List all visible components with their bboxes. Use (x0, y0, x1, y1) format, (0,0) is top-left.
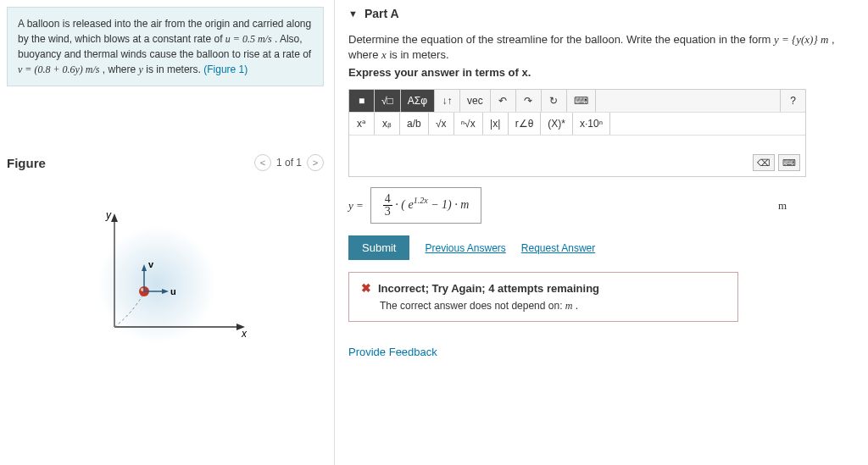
equation-editor: ■ √□ ΑΣφ ↓↑ vec ↶ ↷ ↻ ⌨ ? xᵃ xᵦ a/b √x ⁿ… (348, 89, 806, 177)
fraction-button[interactable]: a/b (400, 113, 429, 135)
svg-text:v: v (148, 259, 154, 269)
submit-row: Submit Previous Answers Request Answer (348, 235, 854, 260)
part-header[interactable]: ▼ Part A (348, 7, 854, 20)
keyboard-button[interactable]: ⌨ (567, 90, 596, 112)
editor-toolbar-1: ■ √□ ΑΣφ ↓↑ vec ↶ ↷ ↻ ⌨ ? (349, 90, 805, 113)
problem-text: is in meters. (146, 64, 203, 75)
request-answer-link[interactable]: Request Answer (521, 242, 595, 254)
help-button[interactable]: ? (780, 90, 805, 112)
figure-page-label: 1 of 1 (276, 157, 302, 169)
editor-input-area[interactable]: ⌫ ⌨ (349, 136, 805, 176)
feedback-box: ✖ Incorrect; Try Again; 4 attempts remai… (348, 272, 738, 322)
polar-button[interactable]: r∠θ (509, 113, 542, 135)
figure-prev-button[interactable]: < (254, 154, 271, 171)
feedback-message: Incorrect; Try Again; 4 attempts remaini… (378, 282, 599, 295)
answer-prefix: y = (348, 199, 364, 213)
greek-button[interactable]: ΑΣφ (401, 90, 435, 112)
answer-row: y = 43 · ( e1.2x − 1) · m m (348, 187, 854, 224)
u-equation: u = 0.5 m/s (225, 33, 272, 45)
editor-toolbar-2: xᵃ xᵦ a/b √x ⁿ√x |x| r∠θ (X)* x·10ⁿ (349, 113, 805, 136)
problem-statement: A balloon is released into the air from … (7, 7, 324, 86)
submit-button[interactable]: Submit (348, 235, 409, 260)
svg-text:y: y (105, 209, 112, 221)
power-button[interactable]: xᵃ (349, 113, 375, 135)
incorrect-icon: ✖ (361, 281, 371, 295)
reset-button[interactable]: ↻ (542, 90, 567, 112)
vec-button[interactable]: vec (460, 90, 491, 112)
sqrt-button[interactable]: √x (429, 113, 454, 135)
figure-image: y x u v (7, 183, 324, 352)
part-label: Part A (364, 7, 399, 20)
figure-title: Figure (7, 156, 46, 170)
svg-text:x: x (241, 328, 248, 340)
conj-button[interactable]: (X)* (541, 113, 573, 135)
templates-button[interactable]: ■ (349, 90, 375, 112)
sci-button[interactable]: x·10ⁿ (573, 113, 610, 135)
answer-unit: m (778, 199, 787, 213)
svg-marker-2 (111, 213, 118, 222)
student-answer: 43 · ( e1.2x − 1) · m (370, 187, 482, 224)
previous-answers-link[interactable]: Previous Answers (425, 242, 505, 254)
undo-button[interactable]: ↶ (491, 90, 516, 112)
radical-button[interactable]: √□ (375, 90, 401, 112)
nthroot-button[interactable]: ⁿ√x (454, 113, 483, 135)
part-prompt: Determine the equation of the streamline… (348, 32, 854, 63)
express-instruction: Express your answer in terms of x. (348, 66, 854, 79)
caret-down-icon: ▼ (348, 8, 358, 19)
figure-next-button[interactable]: > (307, 154, 324, 171)
subscript-button[interactable]: xᵦ (375, 113, 400, 135)
y-var: y (139, 64, 143, 75)
redo-button[interactable]: ↷ (516, 90, 542, 112)
provide-feedback-link[interactable]: Provide Feedback (348, 346, 854, 358)
figure-pager: < 1 of 1 > (254, 154, 324, 171)
backspace-button[interactable]: ⌫ (753, 154, 775, 171)
svg-text:u: u (170, 286, 176, 296)
figure-link[interactable]: (Figure 1) (203, 64, 248, 75)
subsup-button[interactable]: ↓↑ (435, 90, 460, 112)
abs-button[interactable]: |x| (483, 113, 509, 135)
feedback-detail: The correct answer does not depend on: m… (380, 300, 726, 313)
problem-text: , where (103, 64, 139, 75)
v-equation: v = (0.8 + 0.6y) m/s (18, 64, 100, 75)
mini-keyboard-button[interactable]: ⌨ (778, 154, 800, 171)
